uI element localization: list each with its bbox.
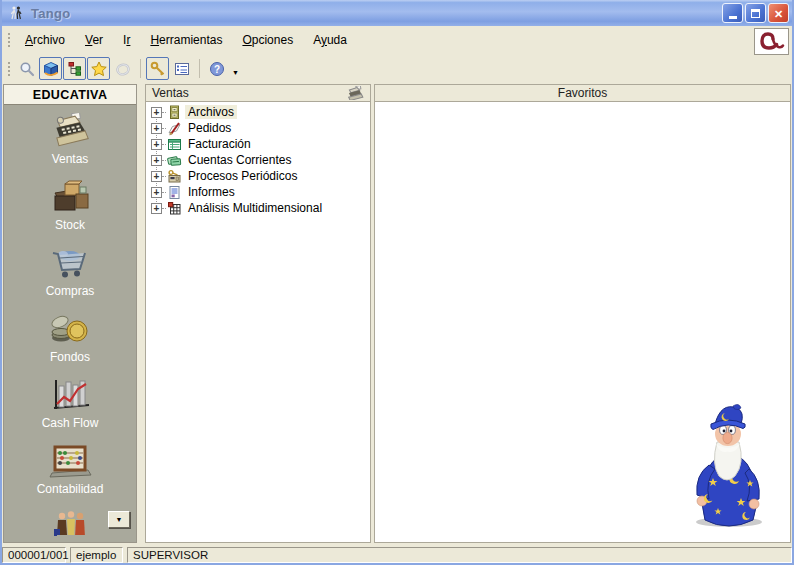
tree-item-label: Análisis Multidimensional [185, 201, 325, 215]
tree-body: Archivos Pedidos [145, 102, 371, 543]
chart-icon [47, 377, 93, 413]
status-database: ejemplo [70, 547, 123, 563]
cube-3d-icon [43, 61, 59, 77]
brand-logo [754, 28, 789, 55]
title-bar: Tango [0, 0, 794, 26]
minimize-button[interactable] [722, 3, 743, 23]
menu-opciones[interactable]: Opciones [232, 29, 303, 51]
menu-ayuda[interactable]: Ayuda [303, 29, 357, 51]
expand-plus-icon[interactable] [151, 187, 162, 198]
module-list: Ventas Stock [4, 105, 136, 542]
details-list-button[interactable] [170, 57, 193, 80]
sidebar-item-label: Fondos [50, 350, 90, 364]
toolbar-grip[interactable] [7, 60, 12, 78]
tree-item-pedidos[interactable]: Pedidos [151, 120, 370, 136]
sidebar-item-stock[interactable]: Stock [47, 179, 93, 232]
help-button[interactable]: ? [205, 57, 228, 80]
menu-archivo[interactable]: Archivo [15, 29, 75, 51]
sidebar-item-label: Ventas [52, 152, 89, 166]
search-button[interactable] [15, 57, 38, 80]
tree-item-label: Pedidos [185, 121, 234, 135]
modules-view-button[interactable] [39, 57, 62, 80]
coins-icon [47, 311, 93, 347]
favorites-view-button[interactable] [87, 57, 110, 80]
invoicing-icon [167, 137, 182, 152]
tree-item-label: Cuentas Corrientes [185, 153, 294, 167]
app-window: Tango Archivo Ver Ir Herramientas Opcion… [0, 0, 794, 565]
people-icon [47, 509, 93, 542]
toolbar-dropdown-arrow[interactable]: ▼ [232, 61, 239, 76]
tree-item-procesos-periodicos[interactable]: Procesos Periódicos [151, 168, 370, 184]
expand-plus-icon[interactable] [151, 155, 162, 166]
tree-panel-title: Ventas [152, 86, 189, 100]
merlin-wizard-assistant[interactable] [688, 404, 766, 528]
sidebar-item-contabilidad[interactable]: Contabilidad [37, 443, 104, 496]
tree-item-archivos[interactable]: Archivos [151, 104, 370, 120]
toolbar-separator [140, 59, 141, 78]
close-button[interactable] [768, 3, 789, 23]
status-bar: 000001/001 ejemplo SUPERVISOR [0, 546, 794, 565]
abacus-icon [47, 443, 93, 479]
sidebar-item-label: Compras [46, 284, 95, 298]
status-company: 000001/001 [2, 547, 66, 563]
red-e-logo-icon [759, 31, 785, 53]
sidebar-item-compras[interactable]: Compras [46, 245, 95, 298]
menu-ir[interactable]: Ir [113, 29, 140, 51]
key-icon [150, 61, 166, 77]
menu-ver[interactable]: Ver [75, 29, 113, 51]
cash-register-icon [47, 113, 93, 149]
tango-dancers-icon [8, 5, 24, 21]
expand-plus-icon[interactable] [151, 139, 162, 150]
help-icon: ? [209, 61, 225, 77]
sidebar-item-partial[interactable] [47, 509, 93, 542]
access-key-button[interactable] [146, 57, 169, 80]
tree-item-informes[interactable]: Informes [151, 184, 370, 200]
orders-icon [167, 121, 182, 136]
ring-icon [115, 61, 131, 77]
sidebar-scroll-down-button[interactable] [108, 511, 130, 528]
tree-item-label: Archivos [185, 105, 237, 119]
tree-item-cuentas-corrientes[interactable]: Cuentas Corrientes [151, 152, 370, 168]
menu-bar: Archivo Ver Ir Herramientas Opciones Ayu… [0, 26, 794, 54]
tree-item-label: Procesos Periódicos [185, 169, 300, 183]
tree-item-analisis-multidimensional[interactable]: Análisis Multidimensional [151, 200, 370, 216]
menubar-grip[interactable] [7, 31, 12, 49]
favorites-panel-title: Favoritos [558, 86, 607, 100]
toolbar-separator-2 [199, 59, 200, 78]
ring-button[interactable] [111, 57, 134, 80]
window-title: Tango [31, 6, 71, 21]
favorites-body [374, 102, 791, 543]
cash-register-small-icon [346, 86, 364, 100]
sidebar-item-fondos[interactable]: Fondos [47, 311, 93, 364]
expand-plus-icon[interactable] [151, 123, 162, 134]
sidebar-item-cashflow[interactable]: Cash Flow [42, 377, 99, 430]
favorites-panel-header: Favoritos [374, 84, 791, 102]
tree-view-button[interactable] [63, 57, 86, 80]
status-user: SUPERVISOR [127, 547, 792, 563]
shopping-cart-icon [47, 245, 93, 281]
sidebar-item-label: Cash Flow [42, 416, 99, 430]
sidebar-item-label: Contabilidad [37, 482, 104, 496]
tree-item-facturacion[interactable]: Facturación [151, 136, 370, 152]
close-icon [774, 4, 783, 22]
sidebar-item-ventas[interactable]: Ventas [47, 113, 93, 166]
tree-item-label: Facturación [185, 137, 254, 151]
periodic-processes-icon [167, 169, 182, 184]
expand-plus-icon[interactable] [151, 107, 162, 118]
minimize-icon [729, 16, 737, 19]
toolbar: ? ▼ [0, 54, 794, 83]
ventas-tree: Archivos Pedidos [146, 102, 370, 216]
maximize-icon [751, 9, 760, 18]
svg-text:?: ? [213, 63, 219, 74]
sidebar-item-label: Stock [55, 218, 85, 232]
expand-plus-icon[interactable] [151, 203, 162, 214]
magnifier-icon [19, 61, 35, 77]
expand-plus-icon[interactable] [151, 171, 162, 182]
reports-icon [167, 185, 182, 200]
tree-item-label: Informes [185, 185, 238, 199]
archives-icon [167, 105, 182, 120]
favorites-panel: Favoritos [374, 84, 791, 543]
menu-herramientas[interactable]: Herramientas [140, 29, 232, 51]
tree-hierarchy-icon [67, 61, 83, 77]
maximize-button[interactable] [745, 3, 766, 23]
